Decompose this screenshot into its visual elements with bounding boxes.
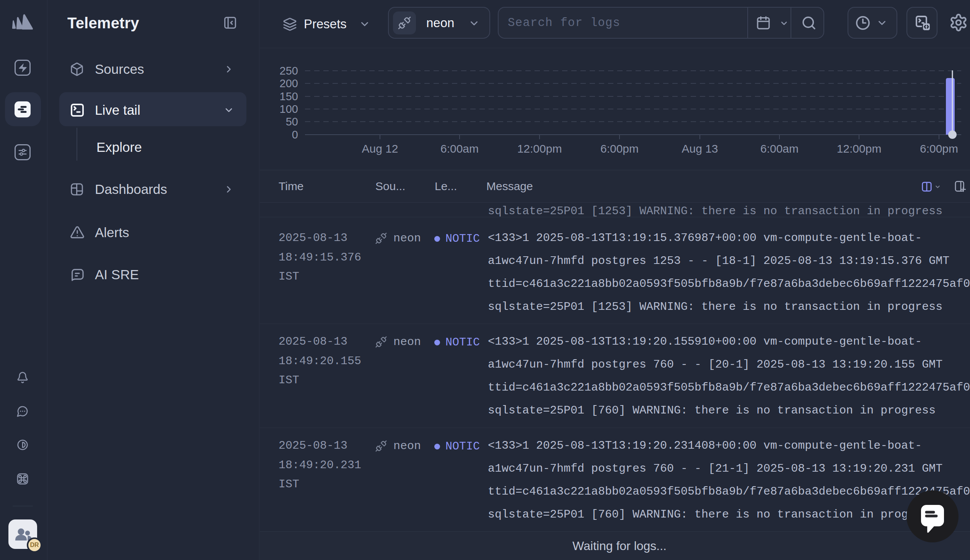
svg-text:200: 200 <box>280 77 298 90</box>
svg-text:250: 250 <box>280 65 298 77</box>
svg-text:12:00pm: 12:00pm <box>837 142 882 155</box>
svg-text:0: 0 <box>292 128 298 141</box>
svg-text:Aug 12: Aug 12 <box>362 142 398 155</box>
svg-text:6:00pm: 6:00pm <box>920 142 958 155</box>
svg-text:100: 100 <box>280 103 298 115</box>
svg-text:6:00am: 6:00am <box>440 142 479 155</box>
svg-text:6:00am: 6:00am <box>760 142 798 155</box>
svg-text:Aug 13: Aug 13 <box>682 142 718 155</box>
svg-text:6:00pm: 6:00pm <box>600 142 638 155</box>
svg-text:50: 50 <box>286 115 298 128</box>
svg-text:12:00pm: 12:00pm <box>517 142 562 155</box>
svg-text:150: 150 <box>280 90 298 103</box>
